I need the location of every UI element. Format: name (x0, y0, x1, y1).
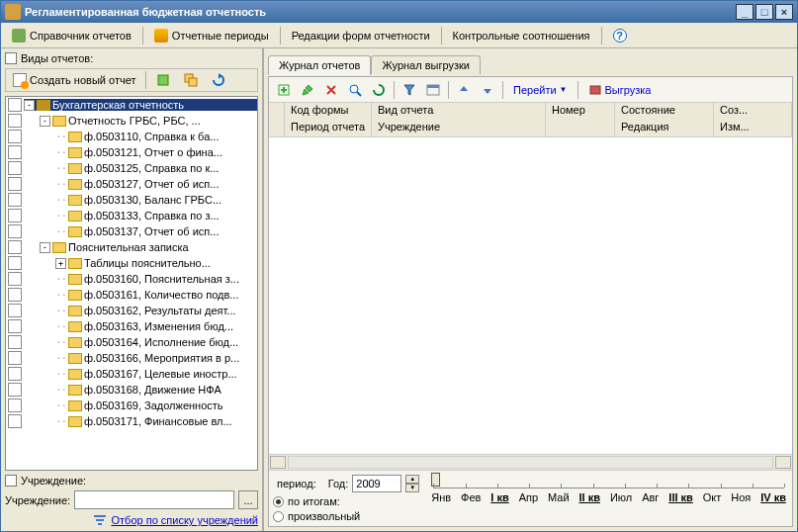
tree-checkbox[interactable] (8, 304, 22, 317)
tree-checkbox[interactable] (8, 224, 22, 238)
tree-checkbox[interactable] (8, 335, 22, 349)
tab-journal[interactable]: Журнал отчетов (268, 55, 371, 75)
tree-checkbox[interactable] (8, 351, 22, 365)
tree-checkbox[interactable] (8, 414, 22, 428)
tree-row[interactable]: ··ф.0503133, Справка по з... (6, 208, 257, 223)
scroll-right[interactable] (775, 456, 791, 469)
tree-row[interactable]: ··ф.0503125, Справка по к... (6, 160, 257, 176)
year-spinner[interactable]: ▲▼ (405, 475, 419, 492)
filter-button[interactable] (399, 80, 420, 100)
collapse-icon[interactable]: - (40, 242, 50, 253)
tool-button-3[interactable] (206, 71, 231, 89)
tree-checkbox[interactable] (8, 272, 22, 286)
tree-row[interactable]: ··ф.0503110, Справка к ба... (6, 129, 257, 144)
tree-row[interactable]: ··ф.0503163, Изменения бюд... (6, 318, 257, 334)
expand-icon[interactable]: + (55, 258, 66, 269)
tree-checkbox[interactable] (8, 98, 22, 112)
col-org[interactable]: Учреждение (372, 120, 546, 136)
col-status[interactable]: Состояние (615, 103, 714, 120)
month-label[interactable]: Янв (431, 491, 451, 503)
month-label[interactable]: Окт (703, 491, 722, 503)
tree-checkbox[interactable] (8, 288, 22, 302)
col-code[interactable]: Код формы (285, 103, 372, 120)
tree-row[interactable]: ··ф.0503161, Количество подв... (6, 287, 257, 303)
month-label[interactable]: Фев (461, 491, 481, 503)
tree-checkbox[interactable] (8, 114, 22, 128)
org-input[interactable] (74, 490, 234, 509)
down-button[interactable] (477, 80, 498, 100)
tree-row[interactable]: -Бухгалтерская отчетность (6, 97, 257, 113)
control-button[interactable]: Контрольные соотношения (446, 27, 597, 44)
tab-export[interactable]: Журнал выгрузки (371, 55, 480, 74)
edit-button[interactable] (297, 80, 318, 100)
refresh-button[interactable] (368, 80, 390, 100)
h-scrollbar[interactable] (269, 454, 792, 470)
org-picker-button[interactable]: ... (238, 490, 258, 509)
tree-row[interactable]: ··ф.0503130, Баланс ГРБС... (6, 192, 257, 208)
collapse-icon[interactable]: - (40, 116, 50, 127)
close-button[interactable]: × (775, 4, 793, 20)
month-label[interactable]: Июл (610, 491, 632, 503)
col-edition[interactable]: Редакция (615, 120, 714, 136)
export-button[interactable]: Выгрузка (582, 83, 658, 97)
maximize-button[interactable]: □ (755, 4, 773, 20)
tree-row[interactable]: ··ф.0503164, Исполнение бюд... (6, 334, 257, 350)
reference-button[interactable]: Справочник отчетов (5, 26, 138, 45)
month-label[interactable]: III кв (668, 491, 693, 503)
create-report-button[interactable]: Создать новый отчет (7, 71, 141, 89)
col-period[interactable]: Период отчета (285, 120, 372, 136)
col-number[interactable]: Номер (546, 103, 615, 120)
tree-checkbox[interactable] (8, 130, 22, 143)
tree-row[interactable]: ··ф.0503167, Целевые иностр... (6, 366, 257, 382)
month-label[interactable]: I кв (490, 491, 508, 503)
report-types-checkbox[interactable] (5, 52, 17, 64)
minimize-button[interactable]: _ (736, 4, 754, 20)
grid-body[interactable] (269, 137, 792, 454)
tree-row[interactable]: -Отчетность ГРБС, РБС, ... (6, 113, 257, 129)
report-tree[interactable]: -Бухгалтерская отчетность-Отчетность ГРБ… (5, 96, 258, 471)
tree-row[interactable]: ··ф.0503137, Отчет об исп... (6, 223, 257, 239)
editions-button[interactable]: Редакции форм отчетности (285, 27, 437, 44)
tree-checkbox[interactable] (8, 177, 22, 191)
col-type[interactable]: Вид отчета (372, 103, 546, 120)
tree-row[interactable]: -Пояснительная записка (6, 239, 257, 255)
tree-row[interactable]: ··ф.0503168, Движение НФА (6, 382, 257, 398)
tree-row[interactable]: ··ф.0503160, Пояснительная з... (6, 271, 257, 287)
tree-checkbox[interactable] (8, 145, 22, 159)
tool-button-1[interactable] (150, 71, 176, 89)
tree-row[interactable]: +Таблицы пояснительно... (6, 255, 257, 271)
tree-row[interactable]: ··ф.0503169, Задолженность (6, 398, 257, 413)
tool-button-2[interactable] (178, 71, 204, 89)
month-label[interactable]: Авг (642, 491, 659, 503)
year-input[interactable]: 2009 (352, 475, 401, 492)
collapse-icon[interactable]: - (24, 100, 35, 111)
month-label[interactable]: Май (548, 491, 570, 503)
scroll-left[interactable] (270, 456, 286, 469)
periods-button[interactable]: Отчетные периоды (147, 26, 276, 45)
tree-checkbox[interactable] (8, 161, 22, 175)
find-button[interactable] (344, 80, 366, 100)
sort-button[interactable] (422, 80, 444, 100)
delete-button[interactable] (320, 80, 342, 100)
tree-checkbox[interactable] (8, 319, 22, 333)
tree-row[interactable]: ··ф.0503127, Отчет об исп... (6, 176, 257, 192)
month-label[interactable]: II кв (579, 491, 600, 503)
tree-row[interactable]: ··ф.0503121, Отчет о фина... (6, 144, 257, 160)
tree-row[interactable]: ··ф.0503166, Мероприятия в р... (6, 350, 257, 366)
month-label[interactable]: IV кв (760, 491, 786, 503)
spin-up[interactable]: ▲ (405, 475, 419, 484)
tree-checkbox[interactable] (8, 399, 22, 412)
org-filter-link[interactable]: Отбор по списку учреждений (93, 513, 258, 527)
month-label[interactable]: Апр (519, 491, 538, 503)
tree-checkbox[interactable] (8, 193, 22, 207)
radio-results[interactable] (273, 496, 284, 507)
tree-checkbox[interactable] (8, 383, 22, 397)
month-label[interactable]: Ноя (731, 491, 751, 503)
spin-down[interactable]: ▼ (405, 484, 419, 492)
tree-row[interactable]: ··ф.0503171, Финансовые вл... (6, 413, 257, 429)
up-button[interactable] (453, 80, 475, 100)
tree-checkbox[interactable] (8, 367, 22, 381)
slider-track[interactable] (433, 479, 784, 488)
org-filter-checkbox[interactable] (5, 475, 17, 487)
add-button[interactable] (273, 80, 295, 100)
